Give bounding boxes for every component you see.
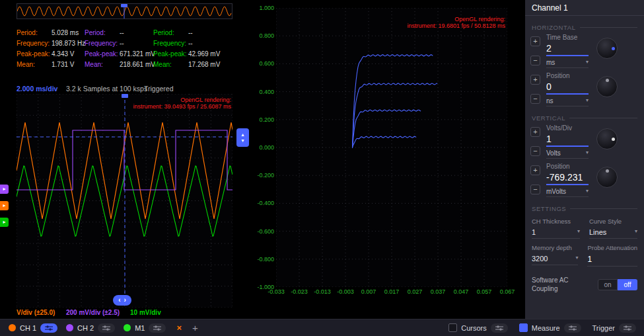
horizontal-position-control: + − Position 0 ns ▾ [530, 72, 639, 106]
xy-x-tick-label: -0.033 [265, 288, 287, 295]
measurement-row: Frequency:-- [153, 38, 220, 49]
trigger-menu-button[interactable] [619, 323, 636, 333]
channel-settings-title: Channel 1 [525, 0, 644, 16]
memory-depth-value: 3200 [532, 255, 548, 263]
timebase-unit-value: ms [546, 59, 555, 66]
hposition-decrement-button[interactable]: − [530, 94, 540, 104]
ch1-offset-marker[interactable]: ▸ [0, 201, 9, 210]
m1-menu-button[interactable] [149, 323, 166, 333]
measurement-label: Frequency: [153, 38, 188, 49]
add-channel-button[interactable]: + [192, 322, 198, 333]
voltsdiv-control: + − Volts/Div 1 Volts ▾ [530, 124, 639, 159]
xy-x-tick-label: 0.017 [380, 288, 403, 295]
ac-coupling-off-button[interactable]: off [618, 279, 637, 290]
voltsdiv-stepper: + − [530, 127, 540, 156]
voltsdiv-knob[interactable] [596, 128, 618, 149]
m1-label: M1 [135, 324, 145, 332]
measurement-label: Mean: [85, 60, 120, 70]
vposition-unit-dropdown[interactable]: mVolts ▾ [546, 185, 589, 197]
timebase-increment-button[interactable]: + [530, 36, 540, 46]
voltsdiv-value-input[interactable]: 1 [546, 132, 589, 147]
m1-offset-marker[interactable]: ▸ [0, 218, 9, 227]
opengl-text-line: OpenGL rendering: [106, 97, 231, 103]
hposition-knob[interactable] [596, 76, 618, 97]
sliders-icon [495, 325, 503, 331]
scroll-up-button[interactable]: ▴ [241, 132, 244, 138]
vposition-value-input[interactable]: -769.231 [546, 170, 589, 185]
acquisition-preview-strip[interactable] [17, 3, 233, 19]
horizontal-scroll-widget: ‹ › [113, 295, 131, 306]
sliders-icon [102, 325, 110, 331]
measurement-label: Peak-peak: [85, 49, 120, 60]
timebase-knob[interactable] [596, 38, 618, 59]
ch-thickness-value: 1 [532, 228, 536, 236]
measurement-row: Period:5.028 ms [17, 28, 85, 38]
measurement-value: 42.969 mV [188, 50, 220, 58]
opengl-text-line: OpenGL rendering: [370, 16, 505, 22]
cursors-checkbox[interactable] [448, 323, 457, 332]
cursors-toggle-group: Cursors [448, 323, 508, 333]
measure-menu-button[interactable] [564, 323, 581, 333]
section-label: SETTINGS [532, 205, 566, 212]
voltsdiv-increment-button[interactable]: + [530, 127, 540, 137]
channel-button-ch1[interactable]: CH 1 [9, 323, 57, 333]
ch1-vdiv-label: V/div (±25.0) [17, 309, 55, 316]
measure-checkbox[interactable] [519, 323, 528, 332]
measurement-row: Period:-- [85, 28, 155, 38]
hposition-increment-button[interactable]: + [530, 75, 540, 85]
timebase-value-input[interactable]: 2 [546, 41, 589, 56]
xy-x-tick-label: -0.013 [311, 288, 334, 295]
ac-coupling-on-button[interactable]: on [598, 279, 618, 290]
channel-button-ch2[interactable]: CH 2 [66, 323, 115, 333]
measurement-row: Mean:17.268 mV [153, 60, 220, 70]
vertical-scroll-widget: ▴ ▾ [236, 128, 249, 147]
scroll-down-button[interactable]: ▾ [241, 138, 244, 144]
cursors-menu-button[interactable] [491, 323, 508, 333]
measurement-row: Period:-- [153, 28, 220, 38]
m1-color-dot [124, 324, 131, 331]
memory-depth-dropdown[interactable]: 3200 ▾ [532, 255, 578, 265]
timebase-unit-dropdown[interactable]: ms ▾ [546, 56, 589, 68]
measurement-label: Mean: [17, 60, 52, 70]
measurement-label: Period: [85, 28, 120, 38]
channel-button-m1[interactable]: M1 [124, 323, 166, 333]
ch2-label: CH 2 [77, 324, 94, 332]
ch2-color-dot [66, 324, 73, 331]
timebase-decrement-button[interactable]: − [530, 56, 540, 65]
sliders-icon [569, 325, 577, 331]
scope-opengl-overlay: OpenGL rendering: instrument: 39.0493 fp… [106, 97, 231, 110]
hposition-value-input[interactable]: 0 [546, 79, 589, 95]
measurement-row: Mean:218.661 mV [85, 60, 155, 70]
measurement-label: Peak-peak: [153, 49, 188, 60]
nav-left-button[interactable]: ‹ [118, 296, 120, 305]
trigger-label: Trigger [592, 324, 615, 332]
ch1-menu-button[interactable] [40, 323, 57, 333]
voltsdiv-decrement-button[interactable]: − [530, 146, 540, 156]
opengl-text-line: instrument: 39.0493 fps / 25.6087 ms [106, 103, 231, 110]
timebase-stepper: + − [530, 36, 540, 65]
measurement-value: 218.661 mV [120, 61, 155, 68]
vposition-decrement-button[interactable]: − [530, 185, 540, 194]
xy-curve-plot[interactable] [276, 8, 507, 287]
hposition-unit-dropdown[interactable]: ns ▾ [546, 95, 589, 106]
curve-style-dropdown[interactable]: Lines ▾ [589, 228, 637, 239]
probe-attenuation-input[interactable]: 1 [587, 255, 637, 267]
ch2-offset-marker[interactable]: ▸ [0, 185, 9, 194]
remove-math-channel-button[interactable]: × [176, 323, 182, 333]
measurement-value: -- [188, 29, 193, 36]
vposition-knob[interactable] [596, 167, 618, 188]
voltsdiv-unit-dropdown[interactable]: Volts ▾ [546, 147, 589, 159]
measurement-row: Frequency:-- [85, 38, 155, 49]
sliders-icon [153, 325, 161, 331]
xy-x-tick-label: 0.057 [473, 288, 495, 295]
nav-right-button[interactable]: › [124, 296, 126, 305]
measurement-row: Frequency:198.873 Hz [17, 38, 85, 49]
ch-thickness-dropdown[interactable]: 1 ▾ [532, 228, 580, 239]
measurement-value: -- [120, 40, 124, 47]
vposition-increment-button[interactable]: + [530, 165, 540, 175]
horizontal-position-stepper: + − [530, 75, 540, 104]
ch2-menu-button[interactable] [98, 323, 115, 333]
time-domain-plot[interactable] [17, 94, 233, 308]
cursors-label: Cursors [461, 324, 487, 332]
measurement-label: Period: [17, 28, 52, 38]
